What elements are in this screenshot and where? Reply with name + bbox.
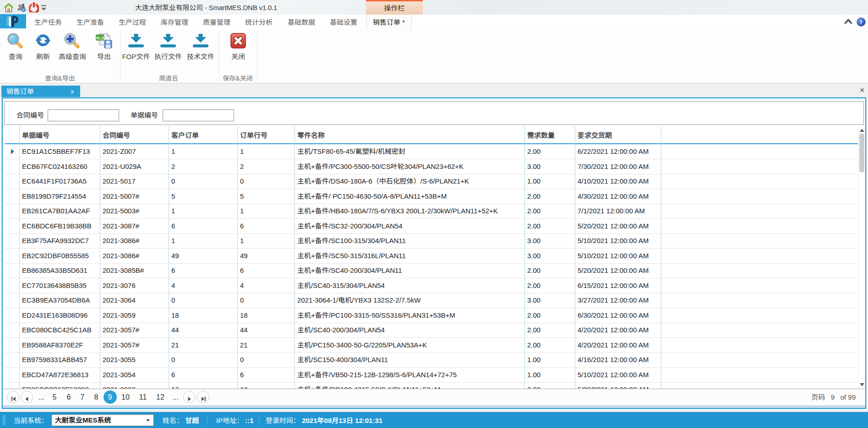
svg-text:XLS: XLS bbox=[96, 35, 104, 40]
svg-text:?: ? bbox=[859, 19, 863, 26]
